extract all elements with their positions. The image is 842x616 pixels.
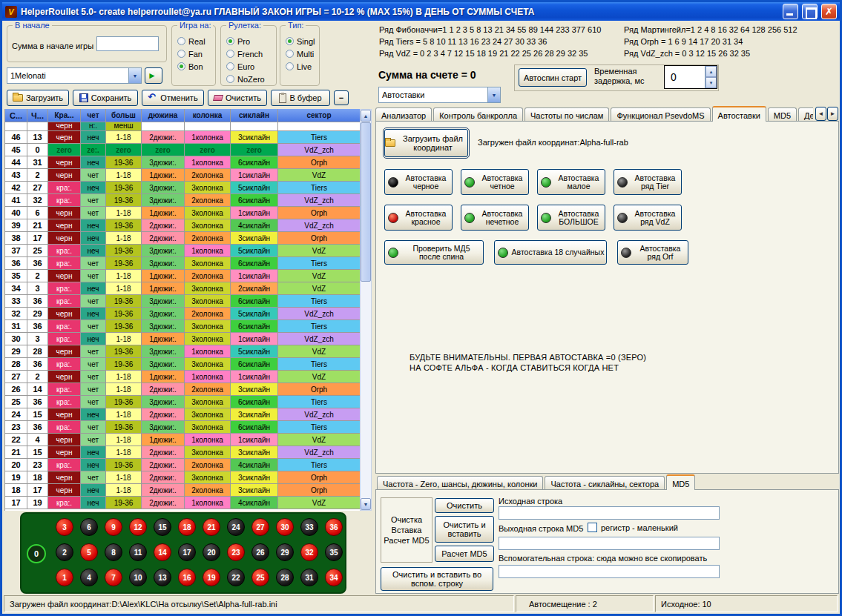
tab-Частоты по числам[interactable]: Частоты по числам xyxy=(524,107,609,122)
tab-MD5[interactable]: MD5 xyxy=(666,474,695,490)
autospin-start-button[interactable]: Автоспин старт xyxy=(519,68,587,87)
board-number-25[interactable]: 25 xyxy=(251,569,269,586)
tab-Автоставки[interactable]: Автоставки xyxy=(712,106,766,122)
md5-clear-button[interactable]: Очистить xyxy=(435,498,494,513)
spin-up-icon[interactable] xyxy=(705,66,717,77)
radio-circle-icon[interactable] xyxy=(226,50,234,58)
radio-option-pro[interactable]: Pro xyxy=(226,36,276,47)
board-number-12[interactable]: 12 xyxy=(129,518,147,536)
toolbar-button-2[interactable]: Сохранить xyxy=(73,90,138,106)
board-number-29[interactable]: 29 xyxy=(276,543,294,561)
board-number-2[interactable]: 2 xyxy=(56,543,73,561)
toolbar-button-5[interactable]: В буфер xyxy=(271,90,330,106)
radio-circle-icon[interactable] xyxy=(226,75,234,83)
autostake-button[interactable]: Автоставка ряд Orf xyxy=(617,240,688,265)
column-header[interactable]: сектор xyxy=(278,109,360,122)
column-header[interactable]: Ч... xyxy=(27,109,48,122)
radio-circle-icon[interactable] xyxy=(177,50,185,58)
radio-circle-icon[interactable] xyxy=(286,37,294,45)
tab-Контроль банкролла[interactable]: Контроль банкролла xyxy=(433,107,523,122)
md5-clear-paste-button[interactable]: Очистить и вставить xyxy=(435,516,494,543)
board-number-30[interactable]: 30 xyxy=(276,518,294,536)
collapse-button[interactable]: − xyxy=(334,90,349,105)
radio-circle-icon[interactable] xyxy=(177,37,185,45)
maximize-button[interactable] xyxy=(802,4,818,19)
board-number-1[interactable]: 1 xyxy=(56,569,73,586)
board-number-31[interactable]: 31 xyxy=(300,569,318,586)
radio-option-fan[interactable]: Fan xyxy=(177,48,215,59)
delay-value[interactable]: 0 xyxy=(665,66,705,88)
board-number-32[interactable]: 32 xyxy=(300,543,318,561)
autostake-button[interactable]: Автоставка ряд Tier xyxy=(614,169,682,195)
tab-Функционал PsevdoMS[interactable]: Функционал PsevdoMS xyxy=(611,107,710,122)
delay-spinner[interactable]: 0 xyxy=(664,65,717,89)
board-number-6[interactable]: 6 xyxy=(80,518,98,536)
board-number-9[interactable]: 9 xyxy=(105,518,122,536)
load-coords-file-button[interactable]: Загрузить файл координат xyxy=(384,129,468,157)
autostake-button[interactable]: Автоставка черное xyxy=(384,169,453,195)
radio-circle-icon[interactable] xyxy=(226,62,234,70)
run-profile-button[interactable] xyxy=(145,67,162,84)
board-number-16[interactable]: 16 xyxy=(178,569,196,586)
tab-MD5[interactable]: MD5 xyxy=(768,107,797,122)
radio-option-real[interactable]: Real xyxy=(177,36,215,47)
radio-option-french[interactable]: French xyxy=(226,48,276,59)
close-button[interactable] xyxy=(821,4,837,19)
board-number-35[interactable]: 35 xyxy=(325,543,343,561)
column-header[interactable]: С... xyxy=(5,109,27,122)
board-number-17[interactable]: 17 xyxy=(178,543,196,561)
radio-option-nozero[interactable]: NoZero xyxy=(226,73,276,85)
tab-Делени[interactable]: Делени xyxy=(798,107,813,122)
title-bar[interactable]: HelperRoullet 5.0- create helperroullet@… xyxy=(2,2,840,21)
minimize-button[interactable] xyxy=(783,4,798,19)
board-number-21[interactable]: 21 xyxy=(203,518,220,536)
md5-calc-button[interactable]: Расчет MD5 xyxy=(435,546,494,562)
board-number-10[interactable]: 10 xyxy=(129,569,147,586)
autostake-button[interactable]: Автоставка БОЛЬШОЕ xyxy=(537,205,605,231)
toolbar-button-3[interactable]: Отменить xyxy=(142,90,204,106)
board-number-20[interactable]: 20 xyxy=(203,543,220,561)
tab-Частота - Zero, шансы, дюжины, колонки[interactable]: Частота - Zero, шансы, дюжины, колонки xyxy=(377,476,543,490)
board-number-23[interactable]: 23 xyxy=(227,543,245,561)
chevron-down-icon[interactable] xyxy=(128,68,141,83)
board-number-26[interactable]: 26 xyxy=(251,543,269,561)
autostake-button[interactable]: Проверить МД5 после спина xyxy=(384,240,484,265)
chevron-down-icon[interactable] xyxy=(487,87,500,102)
radio-circle-icon[interactable] xyxy=(286,62,294,70)
tab-Анализатор[interactable]: Анализатор xyxy=(375,107,432,122)
board-number-36[interactable]: 36 xyxy=(325,518,343,536)
tab-scroll-right-icon[interactable] xyxy=(827,107,838,121)
column-header[interactable]: дюжина xyxy=(142,109,185,122)
scroll-down-icon[interactable] xyxy=(361,498,371,510)
board-number-19[interactable]: 19 xyxy=(203,569,220,586)
scroll-up-icon[interactable] xyxy=(361,110,371,122)
board-number-14[interactable]: 14 xyxy=(154,543,171,561)
start-sum-input[interactable] xyxy=(96,36,159,51)
board-number-33[interactable]: 33 xyxy=(300,518,318,536)
autostake-button[interactable]: Автоставка ряд VdZ xyxy=(614,205,682,231)
column-header[interactable]: сиклайн xyxy=(231,109,278,122)
autostake-button[interactable]: Автоставка четное xyxy=(461,169,529,195)
scrollbar-thumb[interactable] xyxy=(361,122,371,282)
profile-select[interactable]: 1Melonati xyxy=(7,67,142,84)
board-number-24[interactable]: 24 xyxy=(227,518,245,536)
board-number-18[interactable]: 18 xyxy=(178,518,196,536)
toolbar-button-1[interactable]: Загрузить xyxy=(7,90,69,106)
board-number-4[interactable]: 4 xyxy=(80,569,98,586)
board-number-8[interactable]: 8 xyxy=(105,543,122,561)
autostake-button[interactable]: Автоставка 18 случайных xyxy=(494,240,607,265)
output-string-input[interactable] xyxy=(499,537,720,550)
autostake-button[interactable]: Автоставка красное xyxy=(384,205,453,231)
toolbar-button-4[interactable]: Очистить xyxy=(208,90,267,106)
register-checkbox[interactable] xyxy=(588,523,597,532)
column-header[interactable]: чет xyxy=(81,109,106,122)
radio-circle-icon[interactable] xyxy=(286,50,294,58)
md5-clear-paste-aux-button[interactable]: Очистить и вставить во вспом. строку xyxy=(381,567,493,591)
board-number-27[interactable]: 27 xyxy=(251,518,269,536)
board-number-7[interactable]: 7 xyxy=(105,569,122,586)
board-number-34[interactable]: 34 xyxy=(325,569,343,586)
autostake-button[interactable]: Автоставка нечетное xyxy=(461,205,529,231)
autostakes-select[interactable]: Автоставки xyxy=(378,87,501,103)
board-number-13[interactable]: 13 xyxy=(154,569,171,586)
board-number-28[interactable]: 28 xyxy=(276,569,294,586)
